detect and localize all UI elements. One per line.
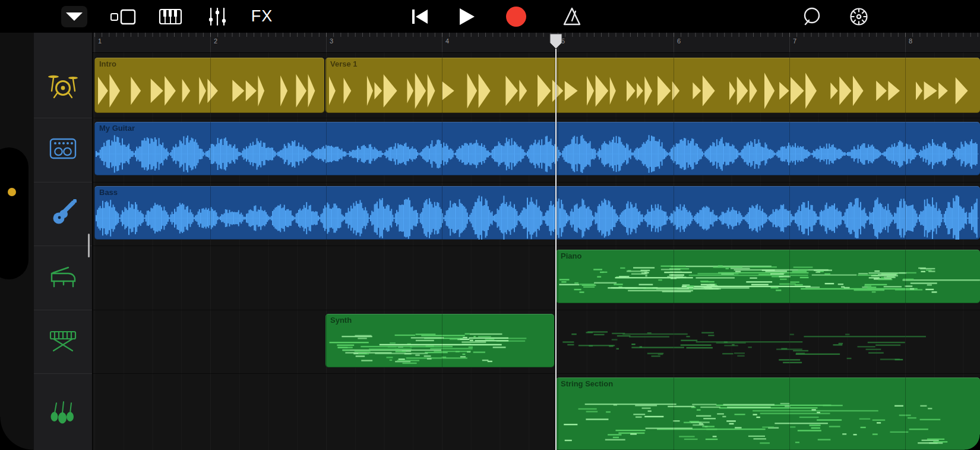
bar-number: 8 bbox=[909, 37, 912, 45]
track-headers bbox=[34, 33, 93, 450]
track-divider bbox=[34, 373, 92, 374]
piano-keys-icon bbox=[159, 8, 182, 26]
region-label: Piano bbox=[561, 251, 581, 260]
ruler[interactable]: 12345678 bbox=[93, 33, 980, 53]
bar-number: 6 bbox=[677, 37, 681, 45]
audio-waveform bbox=[94, 186, 980, 240]
region-verse1-drums[interactable]: Verse 1 bbox=[325, 58, 980, 113]
playhead-handle[interactable] bbox=[549, 33, 563, 52]
track-divider bbox=[34, 310, 92, 310]
track-lanes: Intro Verse 1 My Guitar Bass bbox=[93, 52, 980, 450]
main-area: 12345678 Intro Verse 1 My Guitar bbox=[0, 33, 980, 450]
synth-keyboard-icon bbox=[48, 329, 78, 353]
play-icon bbox=[458, 7, 476, 26]
region-label: String Section bbox=[561, 379, 613, 388]
loop-browser-icon bbox=[801, 6, 822, 27]
region-label: Synth bbox=[330, 316, 352, 325]
settings-button[interactable] bbox=[847, 0, 871, 33]
region-label: Verse 1 bbox=[330, 59, 358, 68]
drums-waveform bbox=[325, 58, 980, 113]
metronome-icon bbox=[561, 7, 583, 27]
fx-button[interactable]: FX bbox=[246, 0, 277, 33]
timeline: 12345678 Intro Verse 1 My Guitar bbox=[93, 33, 980, 450]
track-divider bbox=[34, 182, 92, 182]
string-section-icon bbox=[49, 401, 77, 426]
region-intro-drums[interactable]: Intro bbox=[94, 58, 324, 113]
region-label: Bass bbox=[99, 188, 118, 197]
region-string-section[interactable]: String Section bbox=[556, 377, 980, 450]
mixer-button[interactable] bbox=[207, 0, 228, 33]
audio-waveform bbox=[94, 122, 980, 175]
track-divider bbox=[34, 118, 92, 118]
midi-notes bbox=[325, 314, 554, 367]
mixer-icon bbox=[207, 6, 228, 27]
midi-notes bbox=[556, 377, 980, 450]
track-header-bass[interactable] bbox=[34, 186, 92, 240]
loop-browser-button[interactable] bbox=[801, 0, 822, 33]
bar-number: 1 bbox=[98, 37, 102, 45]
rewind-icon bbox=[409, 8, 429, 26]
region-piano[interactable]: Piano bbox=[556, 250, 980, 303]
track-header-piano[interactable] bbox=[34, 250, 92, 303]
region-bass[interactable]: Bass bbox=[94, 186, 980, 240]
region-synth[interactable]: Synth bbox=[325, 314, 554, 367]
midi-notes-dim bbox=[556, 314, 980, 367]
rewind-button[interactable] bbox=[409, 0, 429, 33]
region-label: My Guitar bbox=[99, 124, 135, 133]
bar-number: 7 bbox=[793, 37, 796, 45]
bar-number: 2 bbox=[214, 37, 217, 45]
notch bbox=[0, 147, 29, 279]
track-header-drums[interactable] bbox=[34, 58, 92, 113]
play-button[interactable] bbox=[458, 0, 476, 33]
track-header-synth[interactable] bbox=[34, 314, 92, 367]
bar-number: 4 bbox=[445, 37, 449, 45]
region-label: Intro bbox=[99, 59, 116, 68]
mic-indicator-dot bbox=[8, 188, 16, 196]
grand-piano-icon bbox=[48, 265, 78, 288]
region-synth-continued[interactable] bbox=[556, 314, 980, 367]
song-sections-button[interactable] bbox=[61, 6, 87, 27]
settings-gear-icon bbox=[847, 5, 871, 29]
drum-kit-icon bbox=[48, 73, 78, 99]
drums-waveform bbox=[94, 58, 324, 113]
tracks-view-button[interactable] bbox=[109, 0, 137, 33]
piano-keys-button[interactable] bbox=[159, 0, 182, 33]
track-header-guitar-amp[interactable] bbox=[34, 122, 92, 175]
record-button[interactable] bbox=[505, 0, 527, 33]
bass-guitar-icon bbox=[49, 199, 77, 227]
record-icon bbox=[505, 5, 527, 28]
metronome-button[interactable] bbox=[561, 0, 583, 33]
playhead[interactable] bbox=[555, 35, 557, 450]
garageband-tracks-view: FX bbox=[0, 0, 980, 450]
chevron-down-icon bbox=[65, 11, 84, 22]
toolbar: FX bbox=[0, 0, 980, 33]
tracks-view-icon bbox=[109, 8, 137, 26]
track-header-strings[interactable] bbox=[34, 377, 92, 450]
bar-number: 3 bbox=[330, 37, 333, 45]
guitar-amp-icon bbox=[49, 137, 77, 160]
midi-notes bbox=[556, 250, 980, 303]
track-divider bbox=[34, 246, 92, 246]
region-my-guitar[interactable]: My Guitar bbox=[94, 122, 980, 175]
scrollbar-thumb[interactable] bbox=[88, 234, 90, 257]
